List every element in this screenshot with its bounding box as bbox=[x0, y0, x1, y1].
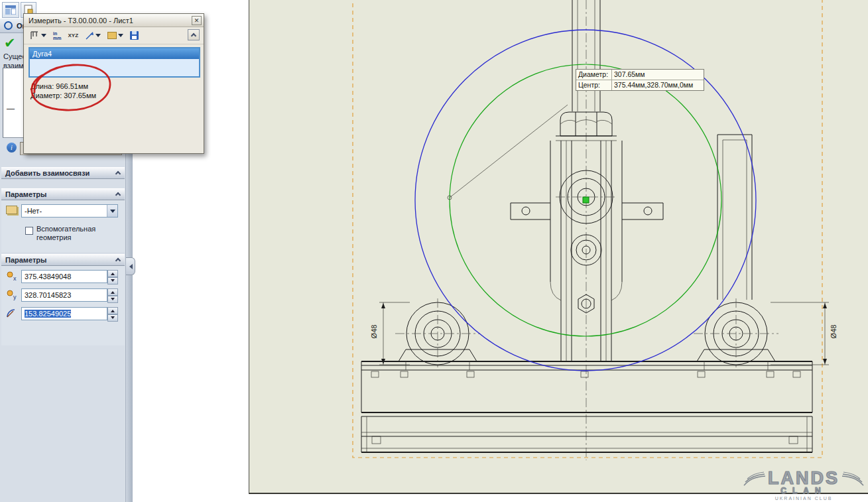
relation-select-dropdown-button[interactable] bbox=[107, 205, 117, 217]
left-pillow-block bbox=[395, 298, 480, 367]
add-relations-header-label: Добавить взаимосвязи bbox=[5, 169, 90, 177]
measure-dialog-titlebar[interactable]: Измерить - Т3.00.00.00 - Лист1 bbox=[24, 14, 204, 27]
radius-field[interactable]: 153.82549025 bbox=[21, 307, 107, 320]
base-rails bbox=[361, 361, 812, 452]
parameters-top-body: -Нет- Вспомогательная геометрия bbox=[1, 200, 125, 252]
relation-select[interactable]: -Нет- bbox=[21, 204, 118, 218]
construction-geometry-checkbox[interactable] bbox=[25, 227, 33, 235]
measurement-tooltip: Диаметр: 307.65мм Центр: 375.44мм,328.70… bbox=[576, 69, 704, 91]
collapse-chevron-icon[interactable] bbox=[115, 171, 121, 176]
panel-collapse-handle[interactable] bbox=[126, 257, 135, 275]
watermark-logo: LANDS CLAN UKRAINIAN CLUB bbox=[743, 468, 864, 501]
dropdown-arrow-icon bbox=[41, 34, 46, 40]
arc-measure-button[interactable] bbox=[28, 29, 48, 42]
save-button[interactable] bbox=[128, 29, 141, 42]
caliper-icon bbox=[30, 31, 40, 40]
units-button[interactable]: in mm bbox=[51, 29, 63, 42]
y-coordinate-field[interactable]: 328.70145823 bbox=[21, 288, 107, 302]
spin-down-icon[interactable] bbox=[107, 314, 118, 322]
collapse-chevron-icon[interactable] bbox=[115, 192, 121, 198]
tooltip-center-label: Центр: bbox=[576, 80, 612, 90]
spin-up-icon[interactable] bbox=[107, 307, 118, 314]
center-bearing-boss bbox=[556, 170, 617, 313]
dimension-right bbox=[771, 302, 829, 365]
dialog-collapse-button[interactable] bbox=[188, 29, 200, 40]
measure-toolbar: in mm XYZ bbox=[24, 27, 204, 44]
radius-field-selected-text: 153.82549025 bbox=[25, 310, 71, 318]
y-coordinate-stepper[interactable] bbox=[107, 288, 118, 302]
chevron-up-icon bbox=[191, 33, 196, 38]
construction-layers-icon bbox=[6, 206, 17, 214]
construction-geometry-label-2: геометрия bbox=[36, 233, 72, 241]
result-length: Длина: 966.51мм bbox=[31, 82, 88, 91]
xyz-icon: XYZ bbox=[68, 32, 78, 38]
dimension-left bbox=[379, 302, 410, 365]
tooltip-center-value: 375.44мм,328.70мм,0мм bbox=[612, 80, 704, 90]
solidworks-window: { "glyphs": { "check": "✔", "close": "✕"… bbox=[0, 0, 868, 502]
existing-relations-caption-1: Сущес bbox=[3, 52, 26, 60]
y-coordinate-icon: y bbox=[5, 288, 17, 300]
units-icon: in mm bbox=[53, 31, 61, 40]
watermark-subtitle: CLAN bbox=[780, 486, 826, 495]
radius-icon bbox=[5, 307, 17, 319]
parameters-header-bottom[interactable]: Параметры bbox=[1, 254, 125, 266]
tooltip-diameter-value: 307.65мм bbox=[612, 70, 704, 80]
spin-down-icon[interactable] bbox=[107, 277, 118, 284]
window-layout-icon bbox=[5, 5, 16, 15]
result-diameter: Диаметр: 307.65мм bbox=[31, 91, 96, 100]
spin-up-icon[interactable] bbox=[107, 288, 118, 296]
relation-select-value: -Нет- bbox=[22, 207, 107, 215]
circle-feature-icon bbox=[4, 21, 13, 30]
dropdown-arrow-icon bbox=[95, 34, 101, 40]
dim-label-right[interactable]: Ø48 bbox=[830, 322, 837, 341]
arrow-measure-icon bbox=[85, 31, 94, 40]
dropdown-arrow-icon bbox=[118, 34, 123, 40]
drawing-view[interactable] bbox=[249, 0, 868, 494]
wing-right-icon bbox=[841, 471, 864, 487]
window-layout-button[interactable] bbox=[2, 2, 19, 18]
save-icon bbox=[130, 31, 139, 40]
history-button[interactable] bbox=[105, 29, 125, 42]
show-xyz-button[interactable]: XYZ bbox=[66, 29, 80, 42]
selected-list-item[interactable]: Дуга4 bbox=[30, 48, 199, 59]
tooltip-diameter-label: Диаметр: bbox=[576, 70, 612, 80]
parameters-top-label: Параметры bbox=[5, 190, 46, 198]
svg-text:x: x bbox=[13, 275, 17, 282]
radius-stepper[interactable] bbox=[107, 307, 118, 320]
dim-label-left[interactable]: Ø48 bbox=[370, 322, 378, 341]
wing-left-icon bbox=[743, 471, 766, 487]
horizontal-relation-icon[interactable]: — bbox=[7, 104, 15, 113]
close-button[interactable]: ✕ bbox=[192, 16, 202, 25]
point-to-point-button[interactable] bbox=[83, 29, 103, 42]
spin-down-icon[interactable] bbox=[107, 296, 118, 303]
add-relations-header[interactable]: Добавить взаимосвязи bbox=[1, 167, 125, 179]
x-coordinate-icon: x bbox=[5, 270, 17, 282]
x-coordinate-field[interactable]: 375.43849048 bbox=[21, 270, 107, 283]
fork-bracket bbox=[511, 141, 663, 361]
radius-leader bbox=[448, 105, 568, 200]
collapse-chevron-icon[interactable] bbox=[115, 258, 121, 263]
ok-button[interactable]: ✔ bbox=[4, 36, 16, 50]
watermark-caption: UKRAINIAN CLUB bbox=[775, 496, 833, 501]
measure-dialog[interactable]: Измерить - Т3.00.00.00 - Лист1 ✕ in mm X… bbox=[23, 13, 204, 154]
spin-up-icon[interactable] bbox=[107, 270, 118, 277]
dropdown-arrow-icon bbox=[110, 210, 115, 216]
parameters-bottom-body: x 375.43849048 y 328.70145823 153.825490… bbox=[1, 266, 125, 345]
right-bracket bbox=[717, 135, 752, 300]
folder-icon bbox=[107, 32, 117, 39]
measured-items-list[interactable]: Дуга4 bbox=[29, 47, 200, 78]
center-point-marker[interactable] bbox=[583, 197, 589, 203]
parameters-header-top[interactable]: Параметры bbox=[1, 188, 125, 200]
parameters-bottom-label: Параметры bbox=[5, 256, 46, 264]
x-coordinate-stepper[interactable] bbox=[107, 270, 118, 283]
collapse-arrow-icon bbox=[127, 264, 133, 269]
info-icon: i bbox=[7, 143, 17, 153]
right-pillow-block bbox=[694, 298, 778, 367]
construction-geometry-label-1: Вспомогательная bbox=[36, 225, 95, 233]
svg-text:y: y bbox=[13, 294, 17, 300]
